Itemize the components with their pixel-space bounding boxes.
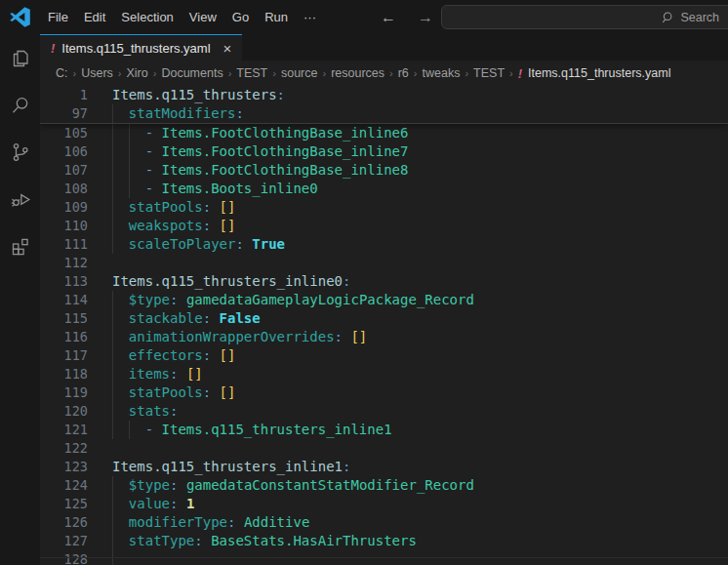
indent-guide bbox=[112, 235, 113, 254]
indent-guide bbox=[112, 550, 113, 565]
line-number[interactable]: 120 bbox=[40, 402, 88, 421]
breadcrumb-file[interactable]: Items.q115_thrusters.yaml bbox=[528, 66, 670, 80]
code-line[interactable]: 105 - Items.FootClothingBase_inline6 bbox=[40, 124, 728, 142]
code-line[interactable]: 113Items.q115_thrusters_inline0: bbox=[40, 272, 728, 291]
code-content: - Items.FootClothingBase_inline7 bbox=[88, 142, 728, 161]
code-content: - Items.q115_thrusters_inline1 bbox=[88, 421, 728, 439]
breadcrumb-item[interactable]: C: bbox=[56, 66, 68, 80]
close-icon[interactable]: × bbox=[223, 40, 232, 57]
line-number[interactable]: 124 bbox=[40, 476, 88, 495]
code-line[interactable]: 126 modifierType: Additive bbox=[40, 513, 728, 532]
line-number[interactable]: 108 bbox=[40, 180, 88, 198]
line-number[interactable]: 112 bbox=[40, 254, 88, 272]
back-arrow-icon[interactable]: ← bbox=[381, 10, 396, 25]
tab-items-q115-thrusters-yaml[interactable]: ! Items.q115_thrusters.yaml × bbox=[40, 34, 242, 61]
explorer-icon[interactable] bbox=[9, 47, 32, 70]
code-line[interactable]: 121 - Items.q115_thrusters_inline1 bbox=[40, 421, 728, 439]
breadcrumb-item[interactable]: resources bbox=[331, 66, 384, 80]
editor[interactable]: 1Items.q115_thrusters:97 statModifiers: … bbox=[40, 86, 728, 565]
code-line[interactable]: 128 bbox=[40, 550, 728, 565]
line-number[interactable]: 114 bbox=[40, 291, 88, 309]
code-line[interactable]: 117 effectors: [] bbox=[40, 346, 728, 365]
forward-arrow-icon[interactable]: → bbox=[418, 10, 433, 25]
line-number[interactable]: 128 bbox=[40, 550, 88, 565]
line-number[interactable]: 109 bbox=[40, 198, 88, 217]
code-line[interactable]: 110 weakspots: [] bbox=[40, 217, 728, 235]
code-line[interactable]: 127 statType: BaseStats.HasAirThrusters bbox=[40, 532, 728, 550]
code-line[interactable]: 111 scaleToPlayer: True bbox=[40, 235, 728, 254]
line-number[interactable]: 119 bbox=[40, 383, 88, 402]
line-number[interactable]: 107 bbox=[40, 161, 88, 180]
breadcrumb-item[interactable]: TEST bbox=[473, 66, 505, 80]
line-number[interactable]: 110 bbox=[40, 217, 88, 235]
line-number[interactable]: 113 bbox=[40, 272, 88, 291]
indent-guide bbox=[112, 217, 113, 235]
line-number[interactable]: 105 bbox=[40, 124, 88, 142]
line-number[interactable]: 1 bbox=[40, 86, 88, 104]
menu-file[interactable]: File bbox=[40, 7, 76, 27]
line-number[interactable]: 123 bbox=[40, 458, 88, 476]
line-number[interactable]: 122 bbox=[40, 439, 88, 458]
run-debug-icon[interactable] bbox=[9, 187, 32, 211]
code-content: statType: BaseStats.HasAirThrusters bbox=[88, 532, 728, 550]
line-number[interactable]: 97 bbox=[40, 104, 88, 123]
code-line[interactable]: 107 - Items.FootClothingBase_inline8 bbox=[40, 161, 728, 180]
indent-guide bbox=[112, 291, 113, 309]
breadcrumb: C:›Users›Xiro›Documents›TEST›source›reso… bbox=[40, 61, 728, 86]
line-number[interactable]: 126 bbox=[40, 513, 88, 532]
extensions-icon[interactable] bbox=[9, 234, 32, 258]
breadcrumb-item[interactable]: Users bbox=[81, 66, 113, 80]
breadcrumb-item[interactable]: r6 bbox=[398, 66, 409, 80]
code-line[interactable]: 106 - Items.FootClothingBase_inline7 bbox=[40, 142, 728, 161]
sticky-line[interactable]: 1Items.q115_thrusters: bbox=[40, 86, 728, 104]
code-line[interactable]: 118 items: [] bbox=[40, 365, 728, 383]
code-line[interactable]: 122 bbox=[40, 439, 728, 458]
breadcrumb-item[interactable]: Xiro bbox=[127, 66, 148, 80]
line-number[interactable]: 116 bbox=[40, 328, 88, 346]
menu-go[interactable]: Go bbox=[224, 7, 257, 27]
menu-more[interactable]: ··· bbox=[296, 7, 324, 27]
indent-guide bbox=[112, 198, 113, 217]
indent-guide bbox=[112, 495, 113, 513]
breadcrumb-item[interactable]: tweaks bbox=[423, 66, 461, 80]
menu-edit[interactable]: Edit bbox=[76, 7, 113, 27]
code-line[interactable]: 115 stackable: False bbox=[40, 309, 728, 328]
code-content: weakspots: [] bbox=[88, 217, 728, 235]
indent-guide bbox=[112, 142, 113, 161]
line-number[interactable]: 125 bbox=[40, 495, 88, 513]
breadcrumb-item[interactable]: source bbox=[281, 66, 318, 80]
breadcrumb-item[interactable]: Documents bbox=[161, 66, 222, 80]
code-content: statPools: [] bbox=[88, 198, 728, 217]
line-number[interactable]: 115 bbox=[40, 309, 88, 328]
line-number[interactable]: 117 bbox=[40, 346, 88, 365]
code-line[interactable]: 123Items.q115_thrusters_inline1: bbox=[40, 458, 728, 476]
sticky-line[interactable]: 97 statModifiers: bbox=[40, 104, 728, 123]
chevron-right-icon: › bbox=[153, 67, 157, 79]
code-line[interactable]: 109 statPools: [] bbox=[40, 198, 728, 217]
code-line[interactable]: 114 $type: gamedataGameplayLogicPackage_… bbox=[40, 291, 728, 309]
search-icon[interactable] bbox=[9, 94, 32, 117]
line-number[interactable]: 118 bbox=[40, 365, 88, 383]
menu-view[interactable]: View bbox=[182, 7, 224, 27]
line-number[interactable]: 127 bbox=[40, 532, 88, 550]
code-line[interactable]: 124 $type: gamedataConstantStatModifier_… bbox=[40, 476, 728, 495]
line-number[interactable]: 121 bbox=[40, 421, 88, 439]
menu-run[interactable]: Run bbox=[257, 7, 296, 27]
line-number[interactable]: 111 bbox=[40, 235, 88, 254]
breadcrumb-item[interactable]: TEST bbox=[236, 66, 267, 80]
code-line[interactable]: 125 value: 1 bbox=[40, 495, 728, 513]
indent-guide bbox=[112, 476, 113, 495]
code-line[interactable]: 112 bbox=[40, 254, 728, 272]
menu-selection[interactable]: Selection bbox=[113, 7, 181, 27]
code-line[interactable]: 108 - Items.Boots_inline0 bbox=[40, 180, 728, 198]
history-nav: ← → bbox=[381, 0, 433, 34]
code-line[interactable]: 119 statPools: [] bbox=[40, 383, 728, 402]
line-number[interactable]: 106 bbox=[40, 142, 88, 161]
command-center-search[interactable]: Search bbox=[441, 5, 728, 29]
code-line[interactable]: 116 animationWrapperOverrides: [] bbox=[40, 328, 728, 346]
source-control-icon[interactable] bbox=[9, 141, 32, 164]
code-content: statPools: [] bbox=[88, 383, 728, 402]
code-content: Items.q115_thrusters: bbox=[88, 86, 728, 104]
code-line[interactable]: 120 stats: bbox=[40, 402, 728, 421]
search-icon bbox=[662, 11, 675, 24]
